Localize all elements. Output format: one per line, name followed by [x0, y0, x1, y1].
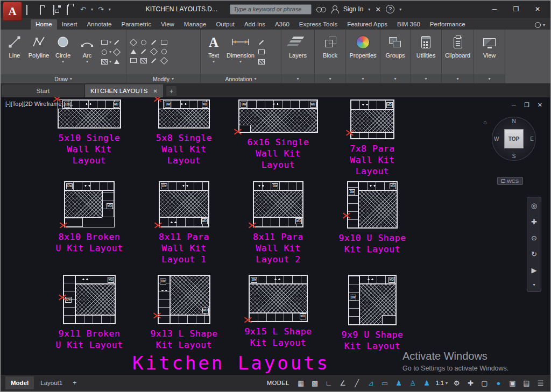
viewcube-south-label[interactable]: S [512, 153, 516, 159]
model-tab[interactable]: Model [5, 376, 34, 389]
block-button[interactable]: Block [323, 31, 337, 73]
explode-tool-icon[interactable] [149, 47, 158, 55]
layers-panel-footer[interactable]: ▾ [281, 74, 314, 83]
layers-button[interactable]: Layers [289, 31, 307, 73]
dimension-button[interactable]: Dimension ▾ [225, 31, 256, 73]
kitchen-plan-drawing[interactable]: DW WD [238, 99, 318, 133]
new-layout-button[interactable]: + [69, 379, 80, 387]
layout1-tab[interactable]: Layout1 [35, 376, 68, 389]
navbar-caret-icon[interactable]: ▾ [533, 282, 535, 287]
rectangle-tool-icon[interactable] [100, 38, 109, 46]
undo-caret-icon[interactable]: ▾ [91, 7, 93, 12]
layout-label[interactable]: 7x8 Para Wall Kit Layout [350, 143, 394, 177]
offset-tool-icon[interactable] [159, 47, 168, 55]
viewcube-west-label[interactable]: W [494, 136, 499, 142]
viewcube-north-label[interactable]: N [512, 118, 515, 124]
file-tab-kitchen-layouts[interactable]: KITCHEN LAYOUTS ✕ [85, 84, 163, 97]
view-button[interactable]: View [483, 31, 496, 73]
erase-tool-icon[interactable] [159, 56, 168, 65]
hatch-caret-icon[interactable]: ▾ [109, 59, 111, 64]
properties-panel-footer[interactable]: ▾ [346, 74, 380, 83]
autocad-logo[interactable]: A [3, 2, 22, 21]
groups-button[interactable]: Groups [385, 31, 405, 73]
undo-icon[interactable]: ↶ [80, 6, 86, 13]
layout-label[interactable]: 6x16 Single Wall Kit Layout [248, 137, 309, 170]
tab-bim360[interactable]: BIM 360 [392, 19, 425, 30]
tab-a360[interactable]: A360 [270, 19, 294, 30]
annotation-grid-icon[interactable] [257, 58, 266, 66]
utilities-button[interactable]: Utilities [416, 31, 435, 73]
app-exchange-icon[interactable]: ✕ [375, 5, 381, 13]
ortho-icon[interactable]: ∟ [324, 379, 334, 387]
scale-tool-icon[interactable] [149, 56, 158, 65]
tab-parametric[interactable]: Parametric [117, 19, 157, 30]
viewport-controls-label[interactable]: [-][Top][2D Wireframe] [5, 101, 63, 107]
snap-icon[interactable]: ▩ [310, 379, 320, 387]
tab-close-icon[interactable]: ✕ [153, 88, 158, 94]
workspace-gear-icon[interactable]: ⚙ [451, 379, 462, 387]
arc-button[interactable]: Arc ▾ [75, 31, 99, 73]
plot-icon[interactable] [67, 5, 75, 13]
zoom-icon[interactable]: ⊙ [531, 234, 537, 242]
drawing-canvas[interactable]: [-][Top][2D Wireframe] ─ ❐ ✕ ⌂ N S W E T… [1, 97, 550, 375]
tab-insert[interactable]: Insert [57, 19, 82, 30]
tab-view[interactable]: View [156, 19, 179, 30]
rectangle-caret-icon[interactable]: ▾ [109, 40, 111, 45]
ellipse-caret-icon[interactable]: ▾ [109, 49, 111, 54]
close-button[interactable]: ✕ [527, 1, 548, 17]
kitchen-plan-drawing[interactable]: DW WD [63, 275, 116, 324]
graphics-performance-icon[interactable]: ● [493, 379, 504, 387]
construction-line-icon[interactable] [112, 38, 121, 46]
new-drawing-tab-button[interactable]: + [166, 86, 176, 96]
search-binoculars-icon[interactable] [316, 6, 326, 12]
properties-button[interactable]: Properties [349, 31, 376, 73]
array-tool-icon[interactable] [139, 56, 148, 65]
rotate-tool-icon[interactable] [139, 38, 148, 46]
tab-output[interactable]: Output [211, 19, 239, 30]
pan-icon[interactable]: ✚ [531, 218, 537, 226]
utilities-panel-footer[interactable]: ▾ [411, 74, 441, 83]
tab-manage[interactable]: Manage [179, 19, 211, 30]
kitchen-plan-drawing[interactable]: DW WD [158, 99, 210, 129]
viewport-restore-icon[interactable]: ❐ [524, 102, 529, 109]
polar-icon[interactable]: ∠ [338, 379, 348, 387]
new-file-icon[interactable] [26, 5, 35, 13]
annotation-scale-control[interactable]: 1:1 ▾ [436, 380, 448, 386]
clipboard-button[interactable]: Clipboard [445, 31, 470, 73]
qat-caret-icon[interactable]: ▾ [109, 7, 111, 12]
copy-tool-icon[interactable] [159, 38, 168, 46]
block-panel-footer[interactable]: ▾ [315, 74, 345, 83]
osnap-icon[interactable]: ╱ [352, 379, 362, 387]
sheet-title[interactable]: Kitchen Layouts [132, 352, 330, 374]
tab-home[interactable]: Home [31, 19, 57, 30]
mirror-tool-icon[interactable] [129, 47, 138, 55]
model-space-button[interactable]: MODEL [267, 380, 289, 386]
dynamic-input-icon[interactable]: ▭ [380, 379, 390, 387]
layout-label[interactable]: 5x8 Single Wall Kit Layout [156, 132, 212, 166]
leader-tool-icon[interactable] [257, 38, 266, 46]
annotation-monitor-icon[interactable]: ♟ [422, 379, 432, 387]
help-caret-icon[interactable]: ▾ [399, 7, 401, 12]
clean-screen-icon[interactable]: ▣ [507, 379, 518, 387]
move-tool-icon[interactable] [129, 38, 138, 46]
circle-button[interactable]: Circle ▾ [51, 31, 75, 73]
kitchen-plan-drawing[interactable]: DW WD [253, 181, 303, 227]
grid-icon[interactable]: ▦ [296, 379, 306, 387]
viewport-minimize-icon[interactable]: ─ [512, 102, 516, 109]
layout-label[interactable]: 9x11 Broken U Kit Layout [55, 328, 123, 351]
hatch-tool-icon[interactable] [100, 58, 109, 66]
table-tool-icon[interactable] [257, 48, 266, 56]
isodraft-icon[interactable]: ⊿ [366, 379, 376, 387]
viewcube-east-label[interactable]: E [530, 136, 534, 142]
clipboard-panel-footer[interactable]: ▾ [442, 74, 474, 83]
kitchen-plan-drawing[interactable]: DW WD [348, 275, 397, 325]
showmotion-icon[interactable]: ▶ [532, 266, 537, 274]
help-icon[interactable]: ? [386, 5, 394, 13]
tab-featured-apps[interactable]: Featured Apps [342, 19, 392, 30]
annotation-panel-footer[interactable]: Annotation ▾ [201, 74, 281, 83]
tab-express-tools[interactable]: Express Tools [294, 19, 342, 30]
viewcube-home-icon[interactable]: ⌂ [483, 119, 487, 125]
kitchen-plan-drawing[interactable]: DW WD [249, 275, 308, 322]
sign-in-caret-icon[interactable]: ▾ [368, 7, 370, 12]
viewport-close-icon[interactable]: ✕ [538, 102, 542, 109]
